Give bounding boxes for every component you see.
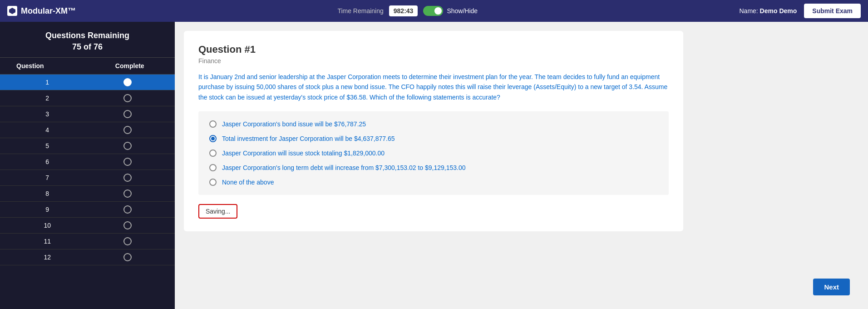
saving-button[interactable]: Saving... (198, 204, 237, 219)
answer-text: Jasper Corporation will issue stock tota… (222, 150, 385, 157)
row-number: 7 (7, 174, 88, 181)
circle-empty-icon (123, 142, 132, 150)
header-right: Name: Demo Demo Submit Exam (739, 4, 861, 18)
svg-marker-0 (9, 8, 15, 14)
row-number: 11 (7, 238, 88, 245)
sidebar-title: Questions Remaining (7, 31, 168, 40)
circle-empty-icon (123, 158, 132, 166)
content-area: Question #1 Finance It is January 2nd an… (175, 22, 868, 309)
answer-option[interactable]: Total investment for Jasper Corporation … (209, 135, 658, 142)
row-number: 8 (7, 190, 88, 197)
sidebar-subtitle: 75 of 76 (7, 42, 168, 52)
user-name-value: Demo Demo (760, 7, 797, 15)
question-text: It is January 2nd and senior leadership … (198, 72, 669, 102)
toggle-container: Show/Hide (423, 6, 478, 16)
row-circle (88, 205, 168, 214)
row-number: 5 (7, 142, 88, 150)
next-button[interactable]: Next (813, 279, 850, 295)
header-left: Modular-XM™ (7, 6, 76, 16)
row-number: 2 (7, 95, 88, 102)
col-question-header: Question (7, 62, 92, 70)
circle-empty-icon (123, 126, 132, 134)
logo-text: Modular-XM™ (21, 6, 76, 16)
sidebar-row[interactable]: 11 (0, 234, 175, 249)
show-hide-toggle[interactable] (423, 6, 443, 16)
radio-button (209, 150, 217, 157)
radio-button (209, 135, 217, 142)
circle-empty-icon (123, 237, 132, 245)
sidebar-row[interactable]: 12 (0, 249, 175, 265)
sidebar-row[interactable]: 5 (0, 138, 175, 154)
row-circle (88, 110, 168, 118)
circle-empty-icon (123, 174, 132, 182)
answer-text: Jasper Corporation's bond issue will be … (222, 120, 366, 128)
row-number: 10 (7, 222, 88, 229)
row-number: 4 (7, 126, 88, 134)
header-center: Time Remaining 982:43 Show/Hide (337, 5, 478, 16)
header: Modular-XM™ Time Remaining 982:43 Show/H… (0, 0, 868, 22)
question-category: Finance (198, 57, 669, 65)
time-remaining-label: Time Remaining (337, 7, 383, 15)
sidebar-row[interactable]: 9 (0, 202, 175, 218)
row-circle (88, 78, 168, 86)
sidebar-row[interactable]: 1 (0, 75, 175, 90)
circle-empty-icon (123, 110, 132, 118)
sidebar-columns: Question Complete (0, 58, 175, 75)
answer-text: None of the above (222, 179, 274, 186)
question-title: Question #1 (198, 44, 669, 55)
row-number: 12 (7, 254, 88, 261)
answers-box: Jasper Corporation's bond issue will be … (198, 111, 669, 195)
answer-option[interactable]: None of the above (209, 179, 658, 186)
sidebar-row[interactable]: 2 (0, 90, 175, 106)
row-circle (88, 174, 168, 182)
answer-option[interactable]: Jasper Corporation will issue stock tota… (209, 150, 658, 157)
circle-filled-icon (123, 78, 132, 86)
row-number: 1 (7, 79, 88, 86)
row-number: 9 (7, 206, 88, 213)
question-card: Question #1 Finance It is January 2nd an… (184, 31, 683, 231)
row-circle (88, 126, 168, 134)
circle-empty-icon (123, 205, 132, 214)
row-circle (88, 221, 168, 229)
sidebar-rows: 1 2 3 4 5 6 7 8 (0, 75, 175, 265)
circle-empty-icon (123, 253, 132, 261)
sidebar-row[interactable]: 10 (0, 218, 175, 234)
circle-empty-icon (123, 221, 132, 229)
radio-button (209, 179, 217, 186)
logo-icon (7, 6, 17, 16)
sidebar-header: Questions Remaining 75 of 76 (0, 22, 175, 58)
circle-empty-icon (123, 189, 132, 198)
time-remaining-value: 982:43 (389, 5, 418, 16)
row-circle (88, 142, 168, 150)
row-circle (88, 189, 168, 198)
main-layout: Questions Remaining 75 of 76 Question Co… (0, 22, 868, 309)
user-name: Name: Demo Demo (739, 7, 797, 15)
row-number: 6 (7, 158, 88, 165)
col-complete-header: Complete (92, 62, 168, 70)
row-circle (88, 237, 168, 245)
circle-empty-icon (123, 94, 132, 102)
sidebar-row[interactable]: 8 (0, 186, 175, 202)
answer-text: Total investment for Jasper Corporation … (222, 135, 395, 142)
submit-exam-button[interactable]: Submit Exam (804, 4, 861, 18)
user-label: Name: (739, 7, 758, 15)
radio-button (209, 164, 217, 171)
row-circle (88, 94, 168, 102)
sidebar-row[interactable]: 7 (0, 170, 175, 186)
sidebar: Questions Remaining 75 of 76 Question Co… (0, 22, 175, 309)
sidebar-row[interactable]: 6 (0, 154, 175, 170)
row-circle (88, 253, 168, 261)
sidebar-row[interactable]: 4 (0, 122, 175, 138)
row-number: 3 (7, 110, 88, 118)
answer-option[interactable]: Jasper Corporation's long term debt will… (209, 164, 658, 171)
answer-text: Jasper Corporation's long term debt will… (222, 164, 466, 171)
radio-button (209, 120, 217, 128)
show-hide-label: Show/Hide (447, 7, 478, 15)
row-circle (88, 158, 168, 166)
answer-option[interactable]: Jasper Corporation's bond issue will be … (209, 120, 658, 128)
sidebar-row[interactable]: 3 (0, 106, 175, 122)
